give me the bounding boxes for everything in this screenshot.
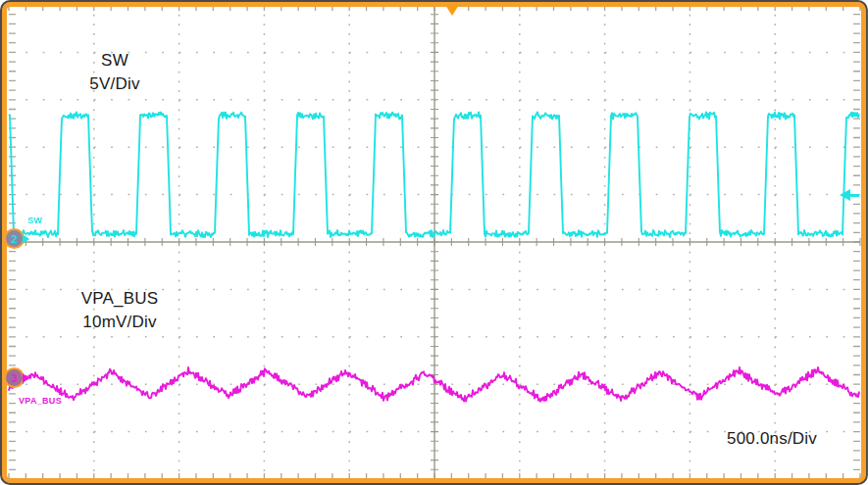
arrow-tail xyxy=(850,194,859,197)
ch2-trace-tag: SW xyxy=(27,216,42,225)
ch2-scale-label: 5V/Div xyxy=(60,73,170,96)
ch2-trigger-level-arrow[interactable] xyxy=(840,189,859,201)
ch2-annotation: SW 5V/Div xyxy=(60,49,170,96)
ch3-trace-tag: VPA_BUS xyxy=(19,396,62,406)
trigger-position-marker[interactable] xyxy=(445,5,459,16)
ch3-badge-number: 3 xyxy=(11,372,17,384)
left-arrow-icon xyxy=(840,189,850,201)
ch2-ground-marker[interactable]: 2 xyxy=(4,228,25,249)
oscilloscope-screenshot: 2 3 SW 5V/Div VPA_BUS 10mV/Div 500.0ns/D… xyxy=(0,0,868,485)
ch2-name-label: SW xyxy=(60,49,170,73)
ch3-ground-marker[interactable]: 3 xyxy=(4,367,25,388)
ch3-name-label: VPA_BUS xyxy=(65,287,175,311)
ch2-badge-number: 2 xyxy=(11,233,17,245)
timebase-label: 500.0ns/Div xyxy=(672,427,868,451)
ch3-annotation: VPA_BUS 10mV/Div xyxy=(65,287,175,334)
ch3-scale-label: 10mV/Div xyxy=(65,311,175,334)
